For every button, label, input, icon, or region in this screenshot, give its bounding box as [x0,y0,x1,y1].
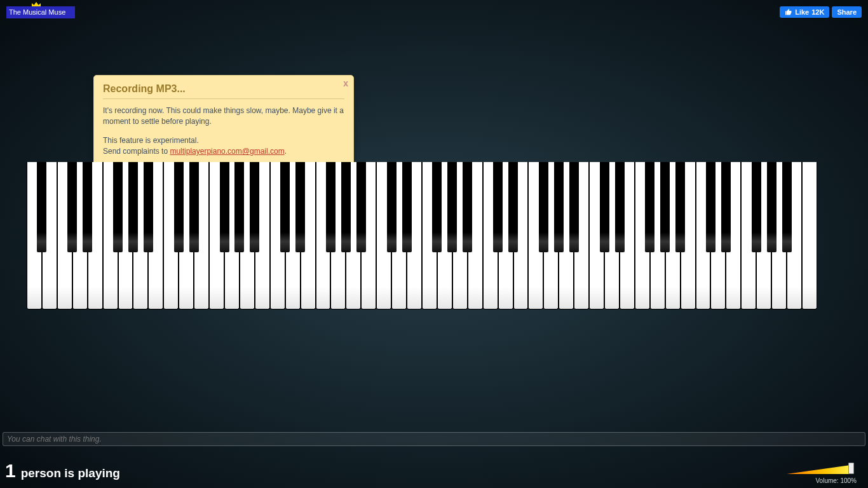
black-key[interactable] [37,162,46,252]
black-key[interactable] [295,162,305,252]
black-key[interactable] [447,162,457,252]
black-key[interactable] [569,162,579,252]
black-key[interactable] [220,162,229,252]
fb-like-button[interactable]: Like 12K [780,6,829,18]
notification-popup: x Recording MP3... It's recording now. T… [93,75,354,167]
black-key[interactable] [600,162,609,252]
me-label: Me [34,0,43,1]
black-key[interactable] [189,162,199,252]
notification-body-2: This feature is experimental. Send compl… [103,135,344,158]
black-key[interactable] [432,162,442,252]
black-key[interactable] [767,162,776,252]
black-key[interactable] [83,162,92,252]
notification-line-send: Send complaints to [103,147,170,156]
black-key[interactable] [493,162,503,252]
black-key[interactable] [113,162,123,252]
black-key[interactable] [326,162,336,252]
black-key[interactable] [280,162,290,252]
black-key[interactable] [554,162,564,252]
volume-wedge-icon [787,465,850,474]
fb-share-label: Share [837,8,857,16]
notification-period: . [285,147,287,156]
notification-close-button[interactable]: x [343,78,348,88]
black-key[interactable] [508,162,518,252]
user-name: The Musical Muse [9,8,65,16]
chat-input[interactable] [3,432,865,446]
fb-like-label: Like [795,8,809,16]
fb-like-count: 12K [811,8,824,16]
black-key[interactable] [463,162,472,252]
black-key[interactable] [234,162,244,252]
bottom-bar: Room761578707568 1 person is playing New… [0,451,868,488]
black-key[interactable] [402,162,412,252]
black-key[interactable] [387,162,397,252]
black-key[interactable] [721,162,731,252]
piano-black-keys[interactable] [27,162,817,252]
status-text: 1 person is playing [5,460,120,482]
volume-label: Volume: 100% [816,477,857,484]
volume-slider[interactable] [780,465,857,474]
black-key[interactable] [128,162,138,252]
black-key[interactable] [341,162,351,252]
black-key[interactable] [660,162,670,252]
black-key[interactable] [144,162,153,252]
black-key[interactable] [250,162,259,252]
black-key[interactable] [675,162,685,252]
black-key[interactable] [645,162,654,252]
black-key[interactable] [356,162,366,252]
player-count: 1 [5,460,16,482]
chat-input-wrap [3,432,865,446]
fb-share-button[interactable]: Share [832,6,862,18]
notification-body-1: It's recording now. This could make thin… [103,105,344,128]
social-buttons: Like 12K Share [780,6,862,18]
volume-handle[interactable] [848,463,854,474]
player-count-label: person is playing [21,466,120,480]
notification-line-experimental: This feature is experimental. [103,136,199,145]
thumb-up-icon [785,8,792,16]
black-key[interactable] [615,162,625,252]
black-key[interactable] [67,162,77,252]
notification-title: Recording MP3... [103,83,344,99]
black-key[interactable] [539,162,548,252]
black-key[interactable] [706,162,715,252]
notification-email-link[interactable]: multiplayerpiano.com@gmail.com [170,147,284,156]
black-key[interactable] [752,162,761,252]
black-key[interactable] [174,162,184,252]
black-key[interactable] [782,162,792,252]
user-badge[interactable]: The Musical Muse [6,6,75,18]
